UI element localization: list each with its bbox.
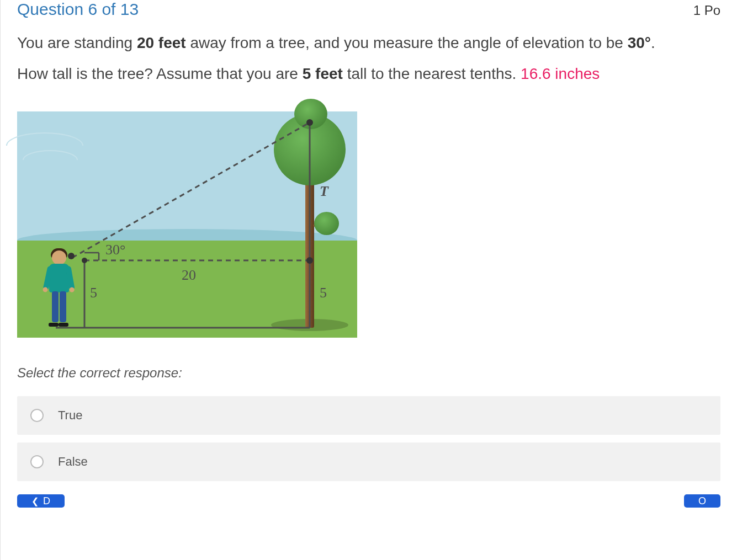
bold-distance: 20 feet	[137, 34, 186, 51]
select-prompt: Select the correct response:	[17, 365, 720, 381]
option-true[interactable]: True	[17, 396, 720, 435]
next-label: O	[698, 495, 706, 507]
option-false[interactable]: False	[17, 442, 720, 481]
option-label: False	[58, 455, 88, 469]
radio-icon[interactable]	[30, 455, 44, 468]
text-segment: tall to the nearest tenths.	[343, 65, 521, 82]
text-segment: You are standing	[17, 34, 137, 51]
next-button[interactable]: O	[684, 494, 720, 508]
nav-buttons: ❮ D O	[1, 494, 737, 508]
horizontal-distance-label: 20	[182, 267, 196, 284]
bold-height: 5 feet	[303, 65, 343, 82]
radio-icon[interactable]	[30, 409, 44, 422]
bold-angle: 30°	[628, 34, 651, 51]
diagram: 30° 20 5 5 T	[17, 111, 357, 338]
text-segment: .	[651, 34, 655, 51]
points-label: 1 Po	[693, 3, 720, 18]
question-number: Question 6 of 13	[17, 0, 139, 19]
chevron-left-icon: ❮	[31, 496, 39, 506]
text-segment: away from a tree, and you measure the an…	[186, 34, 628, 51]
question-body: You are standing 20 feet away from a tre…	[1, 28, 737, 481]
text-segment: How tall is the tree? Assume that you ar…	[17, 65, 303, 82]
question-header: Question 6 of 13 1 Po	[1, 0, 737, 28]
prev-label: D	[43, 495, 50, 507]
tree-lower-height-label: 5	[320, 285, 327, 301]
person-height-label: 5	[90, 285, 97, 301]
angle-label: 30°	[105, 242, 125, 258]
option-label: True	[58, 408, 82, 423]
tree-upper-height-label: T	[320, 183, 328, 200]
question-text: You are standing 20 feet away from a tre…	[17, 28, 720, 89]
previous-button[interactable]: ❮ D	[17, 494, 65, 508]
person-figure	[42, 250, 75, 328]
given-answer: 16.6 inches	[521, 65, 600, 82]
